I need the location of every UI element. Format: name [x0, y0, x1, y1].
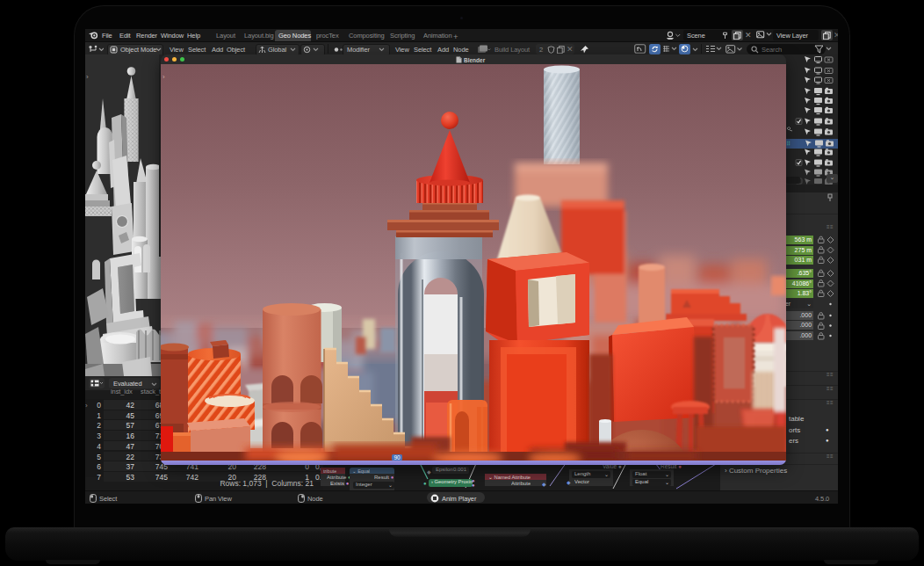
svg-text:⠿: ⠿	[786, 141, 790, 147]
